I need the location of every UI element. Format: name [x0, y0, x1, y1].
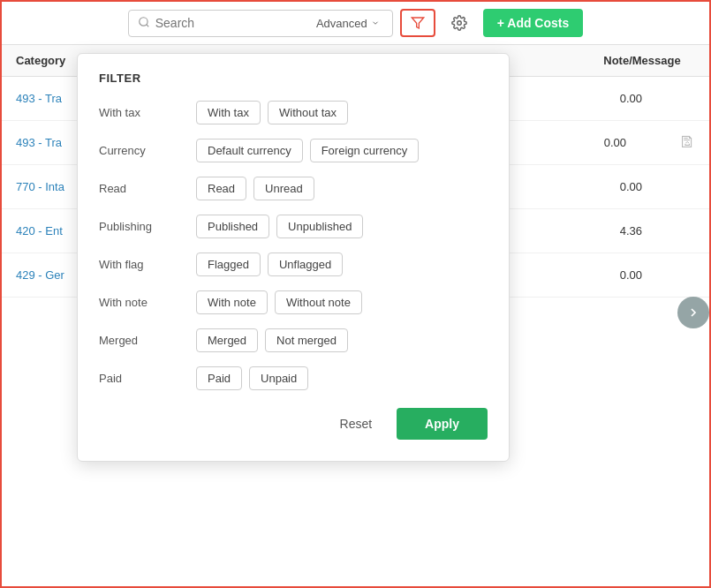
- settings-button[interactable]: [442, 10, 476, 36]
- gear-icon: [451, 15, 467, 31]
- filter-options-read: Read Unread: [196, 177, 314, 200]
- filter-tag-without-note[interactable]: Without note: [275, 290, 362, 314]
- filter-label-with-tax: With tax: [99, 106, 196, 119]
- filter-tag-unflagged[interactable]: Unflagged: [268, 253, 343, 276]
- apply-button[interactable]: Apply: [397, 408, 488, 440]
- row-amount: 0.00: [589, 268, 642, 282]
- filter-tag-default-currency[interactable]: Default currency: [196, 139, 303, 162]
- filter-button[interactable]: [400, 9, 435, 37]
- row-amount: 0.00: [573, 136, 626, 149]
- filter-tag-paid[interactable]: Paid: [196, 366, 242, 390]
- filter-label-paid: Paid: [99, 372, 196, 385]
- filter-tag-read[interactable]: Read: [196, 177, 246, 200]
- main-container: Advanced + Add Costs Category Note/Mess: [0, 0, 711, 588]
- row-amount: 0.00: [589, 92, 642, 105]
- filter-row-with-note: With note With note Without note: [99, 290, 488, 314]
- filter-row-read: Read Read Unread: [99, 177, 488, 200]
- svg-point-0: [139, 17, 147, 25]
- filter-row-merged: Merged Merged Not merged: [99, 328, 488, 352]
- filter-row-with-flag: With flag Flagged Unflagged: [99, 253, 488, 276]
- search-box[interactable]: Advanced: [128, 10, 393, 37]
- row-category: 429 - Ger: [16, 268, 87, 282]
- next-button[interactable]: [677, 297, 709, 328]
- svg-point-3: [457, 21, 461, 26]
- advanced-label: Advanced: [316, 17, 367, 30]
- filter-row-with-tax: With tax With tax Without tax: [99, 101, 488, 124]
- filter-label-with-flag: With flag: [99, 258, 196, 271]
- filter-tag-foreign-currency[interactable]: Foreign currency: [310, 139, 420, 162]
- row-amount: 0.00: [589, 180, 642, 193]
- row-amount: 4.36: [589, 224, 642, 237]
- category-column-header: Category: [16, 54, 87, 67]
- filter-options-merged: Merged Not merged: [196, 328, 348, 352]
- filter-tag-unpaid[interactable]: Unpaid: [249, 366, 308, 390]
- filter-label-publishing: Publishing: [99, 220, 196, 233]
- filter-label-read: Read: [99, 182, 196, 195]
- filter-options-paid: Paid Unpaid: [196, 366, 308, 390]
- filter-tag-without-tax[interactable]: Without tax: [268, 101, 348, 124]
- filter-tag-with-tax[interactable]: With tax: [196, 101, 261, 124]
- note-column-header: Note/Message: [589, 54, 695, 67]
- toolbar: Advanced + Add Costs: [2, 2, 709, 45]
- search-icon: [138, 16, 150, 31]
- svg-marker-2: [412, 18, 423, 28]
- filter-tag-unread[interactable]: Unread: [253, 177, 314, 200]
- filter-dropdown: FILTER With tax With tax Without tax Cur…: [77, 53, 510, 462]
- row-category: 770 - Inta: [16, 180, 87, 193]
- note-icon: 🖺: [679, 133, 695, 152]
- filter-label-currency: Currency: [99, 144, 196, 157]
- filter-label-with-note: With note: [99, 296, 196, 309]
- filter-tag-flagged[interactable]: Flagged: [196, 253, 261, 276]
- chevron-down-icon: [371, 19, 380, 27]
- row-category: 493 - Tra: [16, 92, 87, 105]
- filter-options-currency: Default currency Foreign currency: [196, 139, 419, 162]
- row-category: 420 - Ent: [16, 224, 87, 237]
- filter-tag-not-merged[interactable]: Not merged: [265, 328, 348, 352]
- add-costs-button[interactable]: + Add Costs: [483, 9, 584, 37]
- filter-tag-unpublished[interactable]: Unpublished: [276, 215, 363, 238]
- filter-icon: [411, 16, 425, 30]
- filter-row-paid: Paid Paid Unpaid: [99, 366, 488, 390]
- filter-options-publishing: Published Unpublished: [196, 215, 363, 238]
- filter-options-with-flag: Flagged Unflagged: [196, 253, 343, 276]
- svg-line-1: [146, 24, 148, 26]
- filter-label-merged: Merged: [99, 334, 196, 347]
- filter-row-currency: Currency Default currency Foreign curren…: [99, 139, 488, 162]
- row-category: 493 - Tra: [16, 136, 87, 149]
- reset-button[interactable]: Reset: [326, 408, 387, 440]
- filter-options-with-note: With note Without note: [196, 290, 362, 314]
- search-input[interactable]: [155, 16, 313, 30]
- filter-tag-with-note[interactable]: With note: [196, 290, 268, 314]
- filter-actions: Reset Apply: [99, 408, 488, 440]
- filter-title: FILTER: [99, 72, 488, 85]
- filter-tag-merged[interactable]: Merged: [196, 328, 258, 352]
- advanced-button[interactable]: Advanced: [313, 17, 383, 30]
- arrow-right-icon: [686, 305, 700, 320]
- filter-row-publishing: Publishing Published Unpublished: [99, 215, 488, 238]
- filter-options-with-tax: With tax Without tax: [196, 101, 348, 124]
- filter-tag-published[interactable]: Published: [196, 215, 269, 238]
